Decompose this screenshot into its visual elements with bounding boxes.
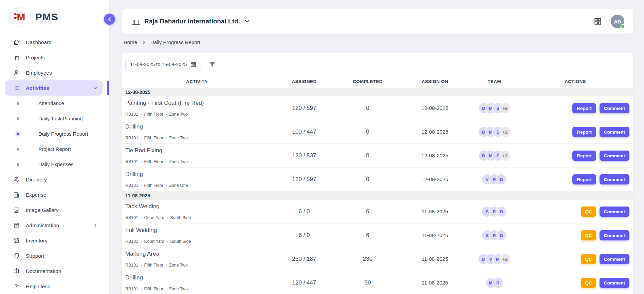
chevron-right-icon: › [166,160,167,164]
assigned-value: 100 / 447 [272,129,337,135]
comment-button[interactable]: Comment [600,230,629,240]
sidebar-item-projects[interactable]: Projects [5,50,103,65]
team-member-avatar[interactable]: R [493,278,503,288]
chevron-right-icon: › [167,216,168,220]
report-button[interactable]: Report [572,127,596,137]
company-selector[interactable]: Raja Bahadur International Ltd. [132,17,250,25]
sidebar-item-administration[interactable]: Administration [5,218,103,233]
sidebar-subitem-daily-expenses[interactable]: Daily Expenses [0,157,109,172]
online-status-dot [621,24,625,28]
assign-on-value: 11-08-2025 [399,232,471,238]
activity-cell: Tie Rod Fixing RB101›Fifth Floor›Zone Tw… [122,144,272,168]
assign-on-value: 12-08-2025 [399,105,471,111]
qc-button[interactable]: QC [581,278,596,288]
chevron-down-icon [93,86,98,91]
team-avatars: SRD [471,207,517,217]
sidebar-menu: DashboardProjectsEmployeesActivitiesAtte… [0,32,109,294]
assign-on-value: 11-08-2025 [399,256,471,262]
team-member-avatar[interactable]: D [496,174,507,184]
sidebar-item-documentation[interactable]: Documentation [5,263,103,279]
sidebar-item-help-desk[interactable]: ?Help Desk [5,279,103,294]
logo-m-icon: M [13,9,28,24]
sidebar-collapse-button[interactable] [104,14,115,25]
svg-text:M: M [17,11,25,22]
completed-value: 6 [337,208,399,215]
sidebar-subitem-label: Attendance [38,100,64,106]
row-actions: ReportComment [517,127,633,137]
sidebar-item-employees[interactable]: Employees [5,65,103,80]
apps-grid-button[interactable] [594,17,602,25]
activity-title: Drilling [125,274,272,281]
team-avatars: DMS+2 [471,127,517,137]
sidebar-item-label: Inventory [26,238,48,244]
table-row: Drilling RB101›Fifth Floor›Zone Two 120 … [122,271,633,294]
assign-on-value: 12-08-2025 [399,153,471,159]
comment-button[interactable]: Comment [600,151,629,161]
person-icon [13,69,20,76]
completed-value: 6 [337,232,399,239]
report-button[interactable]: Report [572,103,596,113]
team-more-badge[interactable]: +2 [500,127,510,137]
qc-button[interactable]: QC [581,254,596,264]
team-more-badge[interactable]: +2 [500,103,510,113]
filter-button[interactable] [208,61,216,68]
bullet-icon [17,117,19,120]
sidebar-item-expense[interactable]: Expense [5,187,103,202]
sidebar-item-image-gallary[interactable]: Image Gallary [5,202,103,218]
sidebar-item-support[interactable]: Support [5,248,103,263]
team-more-badge[interactable]: +2 [500,151,510,161]
sidebar-item-inventory[interactable]: Inventory [5,233,103,248]
date-range-picker[interactable]: 11-08-2025 to 16-08-2025 [125,58,201,71]
report-button[interactable]: Report [572,174,596,184]
chevron-right-icon: › [167,240,168,243]
daily-progress-report-card: 11-08-2025 to 16-08-2025 ACTIVITYASSIGNE… [122,53,633,294]
sidebar-subitem-label: Daily Task Planning [38,116,83,121]
breadcrumb-home[interactable]: Home [124,39,137,45]
bullet-icon [17,133,19,135]
sidebar-subitem-attendance[interactable]: Attendance [0,96,109,111]
comment-button[interactable]: Comment [600,254,629,264]
sidebar-subitem-project-report[interactable]: Project Report [0,141,109,157]
assigned-value: 120 / 597 [272,105,337,112]
completed-value: 0 [337,129,399,135]
calendar-icon [190,61,197,67]
table-row: Tie Rod Fixing RB101›Fifth Floor›Zone Tw… [122,144,633,168]
sidebar-item-directory[interactable]: Directory [5,172,103,187]
sidebar-item-dashboard[interactable]: Dashboard [5,35,103,50]
user-menu[interactable]: AD [611,15,624,28]
path-segment: Zone Two [169,136,188,140]
path-segment: RB101 [125,215,138,220]
completed-value: 0 [337,105,399,112]
sidebar-subitem-daily-progress-report[interactable]: Daily Progress Report [0,126,109,141]
team-member-avatar[interactable]: D [496,230,507,240]
sidebar-item-label: Projects [26,55,45,61]
app-title: PMS [35,11,58,23]
group-date: 12-08-2025 [125,90,150,95]
comment-button[interactable]: Comment [600,174,629,184]
qc-button[interactable]: QC [581,207,596,217]
path-segment: Fifth Floor [144,136,163,140]
comment-button[interactable]: Comment [600,278,629,288]
sidebar-item-activities[interactable]: Activities [5,80,103,96]
image-icon [13,207,20,214]
path-segment: RB101 [125,183,138,188]
activity-location-path: RB101›Fifth Floor›Zone Two [125,263,272,268]
team-more-badge[interactable]: +2 [500,254,510,264]
sidebar-subitem-label: Project Report [38,146,71,152]
comment-button[interactable]: Comment [600,127,629,137]
activity-location-path: RB101›Court Yard›South Side [125,215,272,220]
report-button[interactable]: Report [572,151,596,161]
team-member-avatar[interactable]: D [496,207,507,217]
bullet-icon [17,102,19,105]
comment-button[interactable]: Comment [600,207,629,217]
sidebar: M PMS DashboardProjectsEmployeesActiviti… [0,0,110,294]
qc-button[interactable]: QC [581,230,596,240]
activity-location-path: RB101›Fifth Floor›Zone Two [125,287,272,291]
company-logo: M [10,7,31,27]
comment-button[interactable]: Comment [600,103,629,113]
path-segment: RB101 [125,112,138,117]
activity-cell: Full Welding RB101›Court Yard›South Side [122,223,272,247]
active-edge-indicator [107,81,109,95]
path-segment: Fifth Floor [144,112,163,117]
sidebar-subitem-daily-task-planning[interactable]: Daily Task Planning [0,111,109,126]
